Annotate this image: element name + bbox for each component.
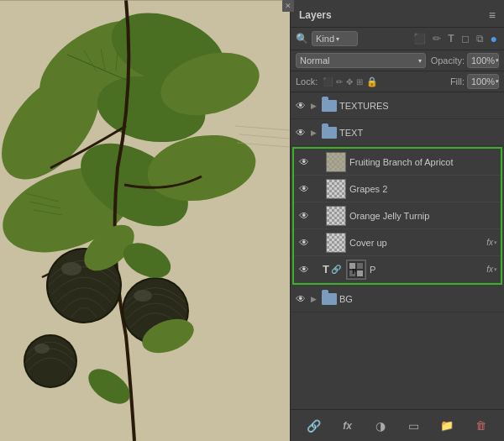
folder-icon-btn: 📁	[440, 419, 454, 432]
adjustment-icon: ◑	[375, 419, 386, 433]
layer-name-p: P	[370, 265, 483, 275]
thumbnail-fruiting	[326, 152, 346, 172]
svg-text:P: P	[352, 267, 357, 276]
svg-rect-36	[357, 270, 363, 276]
lock-padlock-icon[interactable]: 🔒	[366, 76, 378, 87]
expand-arrow-textures[interactable]: ▶	[307, 100, 319, 112]
brush-filter-icon[interactable]: ✏	[431, 32, 443, 45]
p-fx-indicator[interactable]: fx ▾	[486, 265, 497, 274]
layer-name-bg: BG	[339, 294, 501, 304]
smartobj-filter-icon[interactable]: ⧉	[475, 32, 486, 45]
delete-icon: 🗑	[475, 419, 486, 432]
visibility-eye-orange[interactable]: 👁	[297, 209, 311, 223]
fx-arrow-cover: ▾	[494, 239, 497, 246]
layers-panel: ✕ Layers ≡ 🔍 Kind ▾ ⬛ ✏ T ◻ ⧉ ●	[290, 0, 504, 441]
layer-text-group[interactable]: 👁 ▶ TEXT	[291, 119, 504, 146]
layer-text-p[interactable]: 👁 T 🔗 P	[294, 256, 501, 283]
visibility-eye-cover[interactable]: 👁	[297, 236, 311, 249]
visibility-eye-text-group[interactable]: 👁	[294, 126, 307, 139]
bottom-toolbar: 🔗 fx ◑ ▭ 📁 🗑	[291, 409, 504, 441]
panel-title: Layers	[299, 9, 332, 21]
layer-name-text-group: TEXT	[339, 128, 501, 138]
expand-arrow-bg[interactable]: ▶	[307, 293, 319, 305]
lock-move-icon[interactable]: ✥	[346, 77, 353, 87]
opacity-section: Opacity: 100% ▾	[431, 53, 499, 68]
extra-filter-icon[interactable]: ●	[489, 31, 499, 46]
main-container: ✕ Layers ≡ 🔍 Kind ▾ ⬛ ✏ T ◻ ⧉ ●	[0, 0, 504, 441]
canvas-illustration	[0, 0, 290, 441]
thumbnail-p: P	[346, 260, 366, 280]
lock-icons: ⬛ ✏ ✥ ⊞ 🔒	[323, 76, 378, 87]
search-icon: 🔍	[296, 33, 308, 45]
panel-menu-icon[interactable]: ≡	[489, 8, 496, 22]
blend-mode-dropdown[interactable]: Normal ▾	[296, 53, 426, 68]
text-layer-icons: T 🔗	[323, 263, 341, 276]
lock-brush-icon[interactable]: ✏	[336, 77, 343, 87]
fx-label-p: fx	[486, 265, 493, 274]
layer-fruiting-branch[interactable]: 👁 Fruiting Branch of Apricot	[294, 149, 501, 176]
opacity-input[interactable]: 100% ▾	[467, 53, 499, 68]
kind-dropdown[interactable]: Kind ▾	[312, 31, 358, 46]
fill-arrow-icon: ▾	[496, 78, 499, 85]
layer-bg-group[interactable]: 👁 ▶ BG	[291, 286, 504, 312]
blend-mode-label: Normal	[300, 55, 329, 66]
svg-rect-34	[357, 263, 363, 269]
canvas-bg	[0, 0, 290, 441]
visibility-eye-p[interactable]: 👁	[297, 263, 311, 276]
cover-fx-indicator[interactable]: fx ▾	[486, 238, 497, 247]
svg-point-15	[61, 262, 81, 276]
link-layers-button[interactable]: 🔗	[305, 417, 323, 435]
text-type-icon: T	[323, 263, 329, 276]
layer-grapes-2[interactable]: 👁 Grapes 2	[294, 176, 501, 202]
fx-icon: fx	[343, 420, 352, 432]
green-selection-box: 👁 Fruiting Branch of Apricot 👁 Grapes 2	[292, 147, 502, 285]
opacity-label: Opacity:	[431, 55, 465, 66]
panel-close-button[interactable]: ✕	[282, 0, 294, 12]
layer-name-orange: Orange Jelly Turnip	[349, 211, 497, 221]
filter-icons: ⬛ ✏ T ◻ ⧉ ●	[361, 31, 499, 46]
fx-arrow-p: ▾	[494, 266, 497, 273]
mask-icon: ▭	[408, 419, 419, 433]
layer-name-cover: Cover up	[349, 238, 483, 248]
kind-label: Kind	[316, 34, 334, 44]
layer-name-grapes: Grapes 2	[349, 184, 497, 194]
fill-section: Fill: 100% ▾	[450, 74, 499, 89]
layer-orange-jelly[interactable]: 👁 Orange Jelly Turnip	[294, 202, 501, 229]
folder-icon-text-group	[322, 125, 337, 140]
lock-pixel-icon[interactable]: ⬛	[323, 77, 333, 87]
path-filter-icon[interactable]: ◻	[459, 32, 471, 45]
folder-icon-textures	[322, 98, 337, 113]
panel-header: Layers ≡	[291, 2, 504, 28]
blend-arrow-icon: ▾	[418, 57, 422, 65]
visibility-eye-fruiting[interactable]: 👁	[297, 155, 311, 169]
svg-point-18	[134, 290, 152, 302]
lock-label: Lock:	[296, 76, 318, 87]
thumbnail-grapes	[326, 179, 346, 199]
thumbnail-orange	[326, 206, 346, 226]
layer-name-fruiting: Fruiting Branch of Apricot	[349, 157, 497, 167]
visibility-eye-grapes[interactable]: 👁	[297, 182, 311, 196]
layer-cover-up[interactable]: 👁 Cover up fx ▾	[294, 229, 501, 256]
svg-point-21	[34, 344, 50, 354]
pixel-filter-icon[interactable]: ⬛	[412, 32, 428, 45]
add-mask-button[interactable]: ▭	[405, 417, 423, 435]
lock-artboard-icon[interactable]: ⊞	[356, 77, 363, 87]
text-filter-icon[interactable]: T	[446, 32, 455, 45]
visibility-eye-bg[interactable]: 👁	[294, 292, 307, 306]
blend-bar: Normal ▾ Opacity: 100% ▾	[291, 50, 504, 71]
fill-input[interactable]: 100% ▾	[467, 74, 499, 89]
expand-arrow-text-group[interactable]: ▶	[307, 127, 319, 139]
svg-point-20	[25, 336, 76, 386]
add-adjustment-button[interactable]: ◑	[371, 417, 390, 435]
lock-bar: Lock: ⬛ ✏ ✥ ⊞ 🔒 Fill: 100% ▾	[291, 71, 504, 92]
opacity-arrow-icon: ▾	[496, 57, 499, 64]
kind-arrow-icon: ▾	[336, 35, 339, 43]
visibility-eye-textures[interactable]: 👁	[294, 99, 307, 113]
add-fx-button[interactable]: fx	[338, 417, 356, 435]
layer-textures-group[interactable]: 👁 ▶ TEXTURES	[291, 92, 504, 119]
canvas-area	[0, 0, 290, 441]
filter-bar: 🔍 Kind ▾ ⬛ ✏ T ◻ ⧉ ●	[291, 28, 504, 50]
delete-layer-button[interactable]: 🗑	[471, 417, 490, 435]
thumbnail-cover	[326, 233, 346, 253]
create-group-button[interactable]: 📁	[438, 417, 456, 435]
